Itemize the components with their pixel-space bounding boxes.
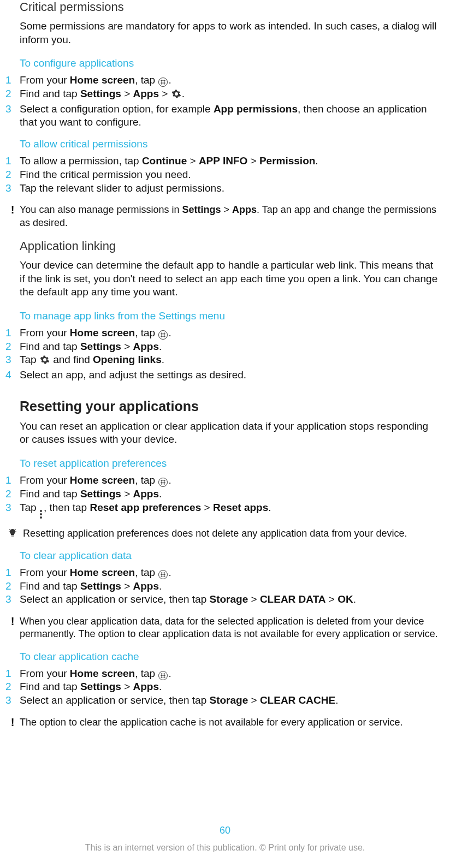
section-title-application-linking: Application linking	[20, 239, 445, 253]
step-text: From your Home screen, tap .	[20, 566, 445, 580]
step-row: 2 Find and tap Settings > Apps > .	[5, 87, 445, 103]
footer-text: This is an internet version of this publ…	[0, 843, 450, 853]
step-list: 1 From your Home screen, tap . 2 Find an…	[5, 566, 445, 607]
exclamation-icon: !	[5, 204, 20, 215]
step-number: 1	[5, 154, 20, 168]
step-text: Find and tap Settings > Apps.	[20, 580, 445, 593]
gear-icon	[40, 355, 50, 368]
gear-icon	[171, 89, 181, 103]
apps-icon	[158, 478, 168, 487]
step-number: 3	[5, 501, 20, 515]
step-text: From your Home screen, tap .	[20, 667, 445, 681]
step-list: 1 From your Home screen, tap . 2 Find an…	[5, 667, 445, 708]
step-row: 3 Select a configuration option, for exa…	[5, 103, 445, 129]
step-text: Select an app, and adjust the settings a…	[20, 368, 445, 382]
more-icon	[40, 510, 43, 519]
step-row: 4 Select an app, and adjust the settings…	[5, 368, 445, 382]
step-number: 2	[5, 680, 20, 694]
page-number: 60	[0, 825, 450, 836]
step-number: 3	[5, 182, 20, 195]
step-list: 1 From your Home screen, tap . 2 Find an…	[5, 326, 445, 382]
step-row: 1 To allow a permission, tap Continue > …	[5, 154, 445, 168]
step-text: Tap and find Opening links.	[20, 353, 445, 368]
subheading-reset-prefs: To reset application preferences	[20, 457, 445, 469]
body-text: Some permissions are mandatory for apps …	[20, 20, 439, 46]
step-row: 3 Tap and find Opening links.	[5, 353, 445, 368]
step-text: Find and tap Settings > Apps > .	[20, 87, 445, 103]
step-text: Select an application or service, then t…	[20, 694, 445, 708]
step-row: 2 Find the critical permission you need.	[5, 168, 445, 182]
step-row: 3 Tap the relevant slider to adjust perm…	[5, 182, 445, 195]
step-text: To allow a permission, tap Continue > AP…	[20, 154, 445, 168]
step-number: 1	[5, 566, 20, 580]
step-number: 2	[5, 487, 20, 501]
important-note: ! You can also manage permissions in Set…	[5, 204, 445, 229]
step-text: From your Home screen, tap .	[20, 326, 445, 340]
step-row: 3 Select an application or service, then…	[5, 593, 445, 607]
step-text: Tap the relevant slider to adjust permis…	[20, 182, 445, 195]
step-text: Select a configuration option, for examp…	[20, 103, 445, 129]
subheading-configure-apps: To configure applications	[20, 57, 445, 69]
step-row: 1 From your Home screen, tap .	[5, 667, 445, 681]
step-list: 1 To allow a permission, tap Continue > …	[5, 154, 445, 195]
step-row: 1 From your Home screen, tap .	[5, 566, 445, 580]
apps-icon	[158, 671, 168, 680]
subheading-manage-links: To manage app links from the Settings me…	[20, 310, 445, 322]
step-row: 2 Find and tap Settings > Apps.	[5, 580, 445, 593]
body-text: You can reset an application or clear ap…	[20, 420, 439, 447]
step-number: 2	[5, 168, 20, 182]
apps-icon	[158, 78, 168, 87]
step-number: 1	[5, 667, 20, 681]
page-footer: 60 This is an internet version of this p…	[0, 825, 450, 853]
step-number: 4	[5, 368, 20, 382]
step-number: 2	[5, 87, 20, 101]
step-text: Find and tap Settings > Apps.	[20, 487, 445, 501]
step-text: Find and tap Settings > Apps.	[20, 340, 445, 354]
important-note: ! The option to clear the application ca…	[5, 716, 445, 729]
step-row: 2 Find and tap Settings > Apps.	[5, 340, 445, 354]
step-row: 1 From your Home screen, tap .	[5, 326, 445, 340]
subheading-clear-data: To clear application data	[20, 550, 445, 562]
step-row: 2 Find and tap Settings > Apps.	[5, 487, 445, 501]
body-text: Your device can determine the default ap…	[20, 259, 439, 299]
subheading-clear-cache: To clear application cache	[20, 651, 445, 663]
lightbulb-icon	[5, 527, 20, 538]
subheading-allow-critical: To allow critical permissions	[20, 138, 445, 150]
apps-icon	[158, 330, 168, 340]
exclamation-icon: !	[5, 615, 20, 626]
step-list: 1 From your Home screen, tap . 2 Find an…	[5, 474, 445, 518]
step-number: 3	[5, 593, 20, 607]
note-text: Resetting application preferences does n…	[20, 527, 445, 540]
important-note: ! When you clear application data, data …	[5, 615, 445, 641]
step-text: Find the critical permission you need.	[20, 168, 445, 182]
note-text: When you clear application data, data fo…	[20, 615, 445, 641]
step-number: 1	[5, 474, 20, 487]
step-row: 1 From your Home screen, tap .	[5, 474, 445, 487]
tip-note: Resetting application preferences does n…	[5, 527, 445, 540]
section-title-resetting-apps: Resetting your applications	[20, 399, 445, 414]
section-title-critical-permissions: Critical permissions	[20, 0, 445, 14]
step-text: From your Home screen, tap .	[20, 74, 445, 87]
apps-icon	[158, 570, 168, 579]
step-text: From your Home screen, tap .	[20, 474, 445, 487]
note-text: The option to clear the application cach…	[20, 716, 445, 729]
step-row: 1 From your Home screen, tap .	[5, 74, 445, 87]
exclamation-icon: !	[5, 716, 20, 727]
step-number: 1	[5, 74, 20, 87]
step-number: 3	[5, 103, 20, 116]
note-text: You can also manage permissions in Setti…	[20, 204, 445, 229]
step-number: 1	[5, 326, 20, 340]
step-list: 1 From your Home screen, tap . 2 Find an…	[5, 74, 445, 129]
step-text: Tap , then tap Reset app preferences > R…	[20, 501, 445, 519]
step-text: Select an application or service, then t…	[20, 593, 445, 607]
step-number: 3	[5, 694, 20, 708]
step-text: Find and tap Settings > Apps.	[20, 680, 445, 694]
step-number: 2	[5, 340, 20, 354]
step-number: 3	[5, 353, 20, 367]
step-row: 3 Select an application or service, then…	[5, 694, 445, 708]
step-number: 2	[5, 580, 20, 593]
step-row: 2 Find and tap Settings > Apps.	[5, 680, 445, 694]
step-row: 3 Tap , then tap Reset app preferences >…	[5, 501, 445, 519]
